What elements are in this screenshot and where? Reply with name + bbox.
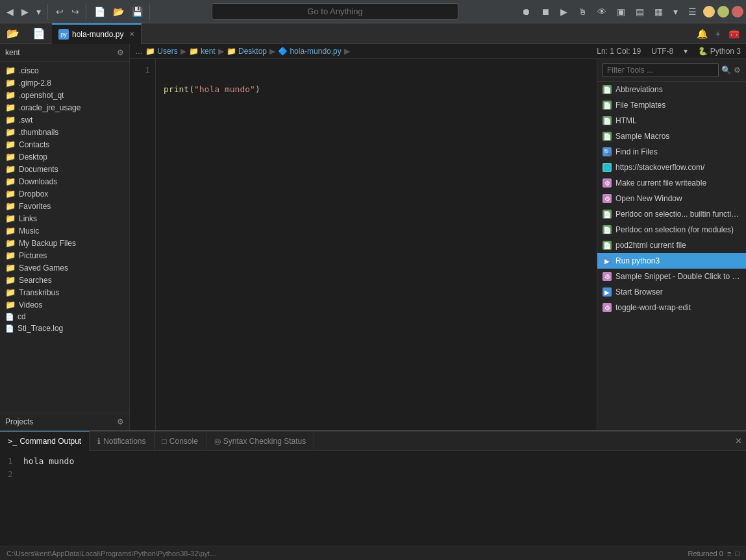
breadcrumb-desktop[interactable]: 📁 Desktop (227, 47, 267, 56)
redo-button[interactable]: ↪ (68, 4, 83, 19)
tool-item[interactable]: 📄HTML (597, 113, 746, 128)
sidebar-gear-button[interactable]: ⚙ (117, 48, 124, 57)
doc-icon: 📄 (603, 241, 612, 250)
sidebar-item[interactable]: 📁Dropbox (0, 188, 129, 200)
toolbox-button[interactable]: 🧰 (726, 27, 742, 40)
tabs-actions: 🔔 + 🧰 (694, 27, 746, 40)
search-bar (154, 3, 516, 19)
tool-item[interactable]: ⚙Make current file writeable (597, 175, 746, 191)
tool-item[interactable]: ▶Run python3 (597, 253, 746, 269)
record1-button[interactable]: ⏺ (517, 4, 534, 19)
save-button[interactable]: 💾 (128, 4, 147, 19)
breadcrumb-kent[interactable]: 📁 kent (189, 47, 216, 56)
sidebar-item[interactable]: 📁Contacts (0, 138, 129, 151)
tool-item[interactable]: 🔍Find in Files (597, 144, 746, 160)
folder-icon: 📁 (5, 201, 16, 211)
close-button[interactable] (732, 6, 743, 18)
sidebar-item-label: .swt (19, 116, 32, 125)
back-button[interactable]: ◀ (3, 4, 18, 19)
maximize-button[interactable] (717, 6, 729, 18)
tool-item[interactable]: 📄pod2html current file (597, 237, 746, 253)
sidebar-item[interactable]: 📁Documents (0, 163, 129, 175)
tool-item[interactable]: 🌐https://stackoverflow.com/ (597, 160, 746, 175)
sidebar-item[interactable]: 📁.oracle_jre_usage (0, 101, 129, 114)
goto-input[interactable] (212, 3, 458, 19)
sidebar-item[interactable]: 📁Desktop (0, 151, 129, 163)
tool-item[interactable]: ▶Start Browser (597, 284, 746, 300)
eye-button[interactable]: 👁 (593, 4, 610, 19)
tool-item[interactable]: ⚙Sample Snippet - Double Click to Insert (597, 269, 746, 284)
tools-gear-icon[interactable]: ⚙ (734, 66, 741, 75)
tab-close-icon[interactable]: ✕ (129, 30, 134, 38)
tab-console[interactable]: □ Console (155, 432, 206, 451)
language-label[interactable]: 🐍 Python 3 (698, 47, 741, 56)
sidebar-item[interactable]: 📁.cisco (0, 64, 129, 77)
bottom-icon1[interactable]: ≡ (727, 550, 731, 557)
doc-icon: 📄 (603, 85, 612, 94)
nav-dropdown-button[interactable]: ▾ (32, 4, 45, 19)
sidebar-item[interactable]: 📁Music (0, 225, 129, 237)
tool-item[interactable]: 📄Perldoc on selectio... builtin function… (597, 206, 746, 222)
sidebar-item[interactable]: 📁Downloads (0, 175, 129, 188)
sidebar-item[interactable]: 📁.swt (0, 114, 129, 126)
sidebar-item[interactable]: 📄cd (0, 311, 129, 323)
layout1-button[interactable]: ▣ (613, 4, 629, 19)
tool-item[interactable]: 📄File Templates (597, 97, 746, 113)
sidebar-item[interactable]: 📁.thumbnails (0, 126, 129, 138)
breadcrumb-users[interactable]: 📁 Users (145, 47, 178, 56)
sidebar-item[interactable]: 📁Links (0, 212, 129, 225)
sidebar-item-label: cd (18, 312, 26, 321)
new-file-tab-button[interactable]: 📄 (26, 27, 52, 40)
tabs-bar: 📂 📄 py hola-mundo.py ✕ 🔔 + 🧰 (0, 23, 746, 44)
tab-notifications[interactable]: ℹ Notifications (90, 432, 154, 451)
macro-button[interactable]: 🖱 (574, 4, 591, 19)
folder-icon: 📁 (5, 127, 16, 137)
tool-item[interactable]: 📄Sample Macros (597, 128, 746, 144)
tab-hola-mundo[interactable]: py hola-mundo.py ✕ (52, 23, 142, 44)
tab-syntax-checking[interactable]: ◎ Syntax Checking Status (206, 432, 314, 451)
tool-item[interactable]: ⚙Open New Window (597, 191, 746, 206)
projects-gear-button[interactable]: ⚙ (117, 417, 124, 426)
sidebar-item-label: .gimp-2.8 (19, 79, 51, 88)
sidebar-item[interactable]: 📁.gimp-2.8 (0, 77, 129, 89)
layout3-button[interactable]: ▦ (651, 4, 667, 19)
breadcrumb-file[interactable]: 🔷 hola-mundo.py (278, 47, 342, 56)
sidebar-item[interactable]: 📄Sti_Trace.log (0, 323, 129, 334)
layout2-button[interactable]: ▤ (632, 4, 648, 19)
sidebar-item[interactable]: 📁Searches (0, 274, 129, 286)
tool-item[interactable]: ⚙toggle-word-wrap-edit (597, 300, 746, 315)
sidebar-item[interactable]: 📁Favorites (0, 200, 129, 212)
add-tab-button[interactable]: + (713, 27, 723, 40)
sidebar-item[interactable]: 📁Pictures (0, 249, 129, 262)
sidebar-item[interactable]: 📁My Backup Files (0, 237, 129, 249)
layout-dropdown-button[interactable]: ▾ (669, 4, 682, 19)
record2-button[interactable]: ⏹ (537, 4, 554, 19)
tool-item[interactable]: 📄Abbreviations (597, 82, 746, 97)
tools-search-icon[interactable]: 🔍 (721, 66, 731, 75)
breadcrumb-back[interactable]: … (135, 47, 143, 56)
open-folder-tab-button[interactable]: 📂 (0, 27, 26, 40)
sidebar-item-label: Links (19, 214, 37, 223)
tool-item-label: File Templates (615, 101, 665, 110)
sidebar-item[interactable]: 📁Transkribus (0, 286, 129, 298)
menu-button[interactable]: ☰ (684, 4, 701, 19)
bottom-panel-close[interactable]: ✕ (731, 436, 746, 446)
sidebar-item[interactable]: 📁Saved Games (0, 262, 129, 274)
play-button[interactable]: ▶ (556, 4, 571, 19)
tools-search-input[interactable] (603, 63, 719, 77)
editor-content[interactable]: print("hola mundo") (156, 59, 597, 430)
forward-button[interactable]: ▶ (18, 4, 32, 19)
tool-item[interactable]: 📄Perldoc on selection (for modules) (597, 222, 746, 237)
tab-command-output[interactable]: >_ Command Output (0, 432, 90, 451)
sidebar-item[interactable]: 📁Videos (0, 298, 129, 311)
sidebar-item[interactable]: 📁.openshot_qt (0, 89, 129, 101)
open-folder-button[interactable]: 📂 (109, 4, 128, 19)
tool-item-label: pod2html current file (615, 241, 686, 250)
new-file-button[interactable]: 📄 (90, 4, 109, 19)
minimize-button[interactable] (703, 6, 715, 18)
folder-icon: 📁 (5, 189, 16, 199)
undo-button[interactable]: ↩ (52, 4, 68, 19)
bottom-icon2[interactable]: □ (735, 550, 740, 557)
sidebar-item-label: Pictures (19, 251, 47, 260)
notifications-button[interactable]: 🔔 (694, 27, 710, 40)
